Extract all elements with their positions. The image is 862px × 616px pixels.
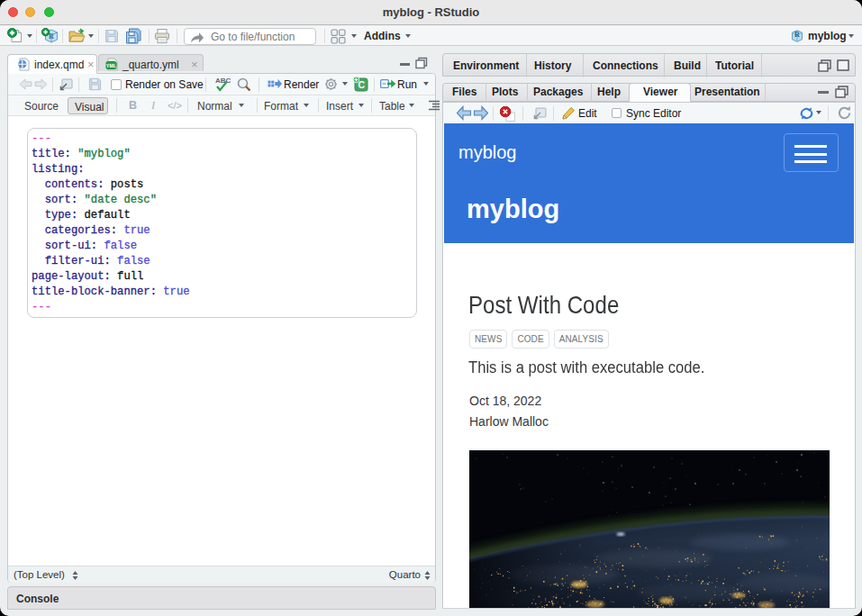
svg-text:R: R bbox=[49, 32, 54, 41]
svg-text:R: R bbox=[794, 31, 800, 39]
svg-text:ABC: ABC bbox=[215, 77, 231, 85]
svg-text:YML: YML bbox=[106, 63, 117, 68]
